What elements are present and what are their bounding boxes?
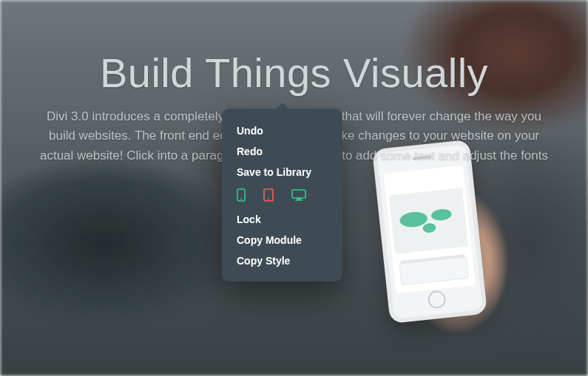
menu-item-copy-module[interactable]: Copy Module — [222, 230, 342, 250]
menu-item-redo[interactable]: Redo — [222, 141, 342, 162]
svg-rect-6 — [295, 199, 303, 201]
desktop-icon[interactable] — [291, 189, 306, 201]
menu-item-lock[interactable]: Lock — [222, 209, 342, 230]
context-menu: Undo Redo Save to Library Lock Copy Modu… — [222, 109, 342, 281]
svg-point-1 — [240, 199, 242, 200]
svg-rect-4 — [292, 190, 305, 198]
phone-mockup — [372, 140, 487, 324]
phone-screen-map — [389, 188, 469, 254]
menu-item-copy-style[interactable]: Copy Style — [222, 250, 342, 271]
menu-item-save-to-library[interactable]: Save to Library — [222, 162, 342, 182]
tablet-icon[interactable] — [263, 188, 274, 202]
menu-item-undo[interactable]: Undo — [222, 120, 342, 141]
svg-point-3 — [268, 199, 269, 200]
phone-home-button — [427, 290, 446, 309]
svg-rect-5 — [297, 198, 301, 199]
menu-device-row — [222, 182, 342, 209]
phone-speaker — [412, 155, 431, 160]
phone-icon[interactable] — [237, 188, 246, 202]
phone-screen — [383, 165, 475, 293]
